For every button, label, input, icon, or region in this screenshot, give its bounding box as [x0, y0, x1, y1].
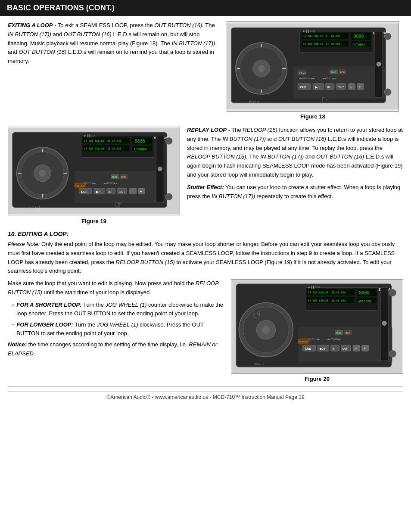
svg-point-128 — [382, 321, 386, 326]
editing-bullets: - FOR A SHORTER LOOP: Turn the JOG WHEEL… — [12, 301, 224, 338]
svg-point-64 — [39, 170, 46, 177]
bullet-dash-2: - — [12, 320, 14, 338]
notice-label: Notice: — [8, 341, 27, 348]
replay-heading: REPLAY LOOP — [187, 127, 227, 133]
svg-text:BOP: BOP — [346, 332, 350, 334]
svg-point-129 — [389, 289, 396, 296]
svg-text:◀◀TRACK▶▶: ◀◀TRACK▶▶ — [322, 78, 336, 80]
svg-point-84 — [165, 137, 172, 144]
figure18-image: AMERICA 8888 AUTOBPM 88 888 888:88. 88 #… — [227, 21, 399, 112]
svg-point-85 — [165, 193, 172, 200]
bullet-dash-1: - — [12, 301, 14, 318]
svg-text:☞: ☞ — [115, 199, 123, 210]
svg-text:−: − — [355, 346, 357, 351]
notice-paragraph: Notice: the time changes according to th… — [8, 340, 224, 358]
svg-text:◀◀SEARCH▶▶: ◀◀SEARCH▶▶ — [299, 78, 315, 80]
svg-text:IN: IN — [327, 86, 330, 89]
svg-text:☞: ☞ — [321, 94, 330, 105]
footer-divider — [8, 386, 403, 387]
svg-text:88 888 888:88. 88 #8 #88: 88 888 888:88. 88 #8 #88 — [308, 299, 346, 302]
main-content: EXITING A LOOP - To exit a SEAMLESS LOOP… — [0, 21, 411, 404]
exiting-loop-text: EXITING A LOOP - To exit a SEAMLESS LOOP… — [8, 21, 215, 120]
figure20-label: Figure 20 — [305, 376, 330, 382]
figure19-container: AMERICA 8888 AUTOBPM 88 888 888:88. 88 #… — [8, 126, 180, 224]
svg-point-16 — [258, 65, 265, 72]
svg-text:◀◀TRACK▶▶: ◀◀TRACK▶▶ — [327, 338, 341, 340]
shorter-loop-label: FOR A SHORTER LOOP: — [16, 302, 81, 308]
replay-body: - The RELOOP (15) function allows you to… — [187, 127, 403, 178]
svg-text:BOP: BOP — [340, 72, 345, 74]
svg-text:RELOOP: RELOOP — [299, 340, 308, 343]
svg-text:DISC 1: DISC 1 — [31, 205, 40, 208]
svg-text:CUE: CUE — [300, 86, 306, 89]
svg-text:CUE: CUE — [81, 190, 87, 193]
notice-body: the time changes according to the settin… — [8, 341, 217, 357]
editing-bottom-text: Make sure the loop that you want to edit… — [8, 279, 224, 382]
editing-heading: 10. EDITING A LOOP: — [8, 230, 403, 237]
svg-text:CUE: CUE — [305, 347, 311, 351]
footer-text: ©American Audio® - www.americanaudio.us … — [106, 394, 304, 400]
svg-text:8888: 8888 — [135, 139, 145, 143]
longer-loop-text: FOR LONGER LOOP: Turn the JOG WHEEL (1) … — [16, 320, 224, 338]
svg-text:OUT: OUT — [119, 190, 125, 193]
svg-text:DISC 1: DISC 1 — [249, 101, 259, 104]
svg-text:88 888 888:88. 88 #8 #88: 88 888 888:88. 88 #8 #88 — [303, 34, 340, 37]
svg-text:▶▐▐ CUE: ▶▐▐ CUE — [303, 29, 315, 33]
exiting-loop-section: EXITING A LOOP - To exit a SEAMLESS LOOP… — [8, 21, 403, 120]
svg-text:OUT: OUT — [338, 86, 344, 89]
svg-text:−: − — [131, 190, 134, 194]
editing-bottom-section: Make sure the loop that you want to edit… — [8, 279, 403, 382]
figure18-container: AMERICA 8888 AUTOBPM 88 888 888:88. 88 #… — [222, 21, 403, 120]
figure19-image: AMERICA 8888 AUTOBPM 88 888 888:88. 88 #… — [8, 126, 180, 216]
svg-text:BOP: BOP — [121, 176, 126, 178]
svg-text:+: + — [358, 85, 361, 89]
svg-text:▶/II: ▶/II — [315, 85, 321, 89]
svg-text:▶/II: ▶/II — [320, 347, 325, 351]
svg-text:AUTOBPM: AUTOBPM — [134, 148, 146, 151]
stutter-heading: Stutter Effect: — [187, 184, 224, 190]
header-title: BASIC OPERATIONS (CONT.) — [7, 3, 115, 12]
replay-loop-paragraph: REPLAY LOOP - The RELOOP (15) function a… — [187, 126, 403, 180]
please-note-label: Please Note: — [8, 241, 40, 247]
exiting-loop-heading: EXITING A LOOP — [8, 22, 53, 28]
svg-text:IN: IN — [109, 190, 112, 193]
figure19-label: Figure 19 — [81, 218, 106, 224]
svg-text:IN: IN — [332, 347, 335, 351]
svg-text:8888: 8888 — [354, 34, 364, 39]
svg-text:RELOOP: RELOOP — [75, 185, 84, 187]
page-header: BASIC OPERATIONS (CONT.) — [0, 0, 411, 16]
replay-loop-section: AMERICA 8888 AUTOBPM 88 888 888:88. 88 #… — [8, 126, 403, 224]
svg-text:▶/II: ▶/II — [96, 190, 102, 194]
svg-text:TIME: TIME — [331, 72, 336, 74]
figure20-image: AMERICA 8888 AUTOBPM 88 888 888:88. 88 #… — [231, 279, 403, 374]
svg-text:◀◀TRACK▶▶: ◀◀TRACK▶▶ — [103, 182, 118, 184]
footer: ©American Audio® - www.americanaudio.us … — [8, 391, 403, 400]
svg-point-39 — [384, 89, 391, 96]
figure18-label: Figure 18 — [300, 113, 325, 120]
shorter-loop-item: - FOR A SHORTER LOOP: Turn the JOG WHEEL… — [12, 301, 224, 318]
editing-para1: Please Note: Only the end point of the l… — [8, 240, 403, 276]
svg-text:8888: 8888 — [359, 291, 369, 296]
svg-text:DISC 3: DISC 3 — [254, 362, 264, 366]
svg-point-112 — [262, 326, 270, 334]
longer-loop-label: FOR LONGER LOOP: — [16, 321, 73, 328]
svg-text:88 888 888:88. 88 #8 #88: 88 888 888:88. 88 #8 #88 — [84, 147, 121, 150]
svg-text:▶▐▐ CUE: ▶▐▐ CUE — [308, 286, 321, 289]
longer-loop-item: - FOR LONGER LOOP: Turn the JOG WHEEL (1… — [12, 320, 224, 338]
svg-text:AUTOBPM: AUTOBPM — [353, 43, 365, 47]
shorter-loop-text: FOR A SHORTER LOOP: Turn the JOG WHEEL (… — [16, 301, 224, 318]
svg-text:TIME: TIME — [112, 176, 118, 178]
svg-text:−: − — [350, 85, 352, 89]
svg-point-130 — [389, 350, 396, 357]
svg-text:88 888 888:88. 88 #8 #88: 88 888 888:88. 88 #8 #88 — [84, 139, 121, 142]
editing-para2: Make sure the loop that you want to edit… — [8, 279, 224, 297]
figure20-container: AMERICA 8888 AUTOBPM 88 888 888:88. 88 #… — [231, 279, 403, 382]
stutter-paragraph: Stutter Effect: You can use your loop to… — [187, 183, 403, 201]
svg-point-37 — [377, 62, 381, 66]
svg-text:88 888 888:88. 88 #8 #88: 88 888 888:88. 88 #8 #88 — [303, 42, 340, 45]
svg-point-83 — [158, 167, 162, 171]
svg-point-38 — [384, 33, 391, 40]
svg-text:OUT: OUT — [342, 347, 349, 351]
svg-text:RELAY: RELAY — [299, 72, 306, 75]
svg-text:AUTOBPM: AUTOBPM — [358, 299, 371, 303]
